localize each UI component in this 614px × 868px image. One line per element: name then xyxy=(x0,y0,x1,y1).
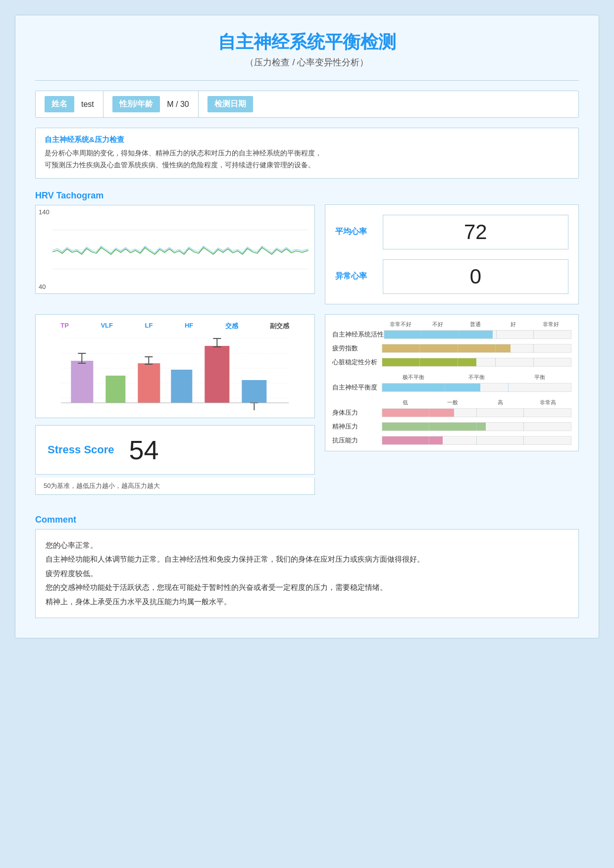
fatigue-label: 疲劳指数 xyxy=(332,344,382,353)
metric-panel: 平均心率 72 异常心率 0 xyxy=(325,204,579,304)
gender-age-cell: 性别/年龄 M / 30 xyxy=(103,91,199,117)
row-fatigue: 疲劳指数 xyxy=(332,344,571,353)
comment-line-5: 精神上，身体上承受压力水平及抗压能力均属一般水平。 xyxy=(46,597,231,606)
stress-label: Stress Score xyxy=(48,443,114,456)
comment-line-4: 您的交感神经功能处于活跃状态，您现在可能处于暂时性的兴奋或者受一定程度的压力，需… xyxy=(46,583,387,591)
row-stress-resistance: 抗压能力 xyxy=(332,436,571,445)
col-h-very-high: 非常高 xyxy=(524,399,571,406)
hrv-section: HRV Tachogram 140 40 平均心率 xyxy=(35,191,579,304)
bar-svg xyxy=(41,334,309,410)
row-ans-activity: 自主神经系统活性 xyxy=(332,330,571,339)
info-row: 姓名 test 性别/年龄 M / 30 检测日期 xyxy=(35,91,579,118)
hrv-svg xyxy=(52,210,308,289)
bar-stress-col: TP VLF LF HF 交感 副交感 xyxy=(35,314,315,505)
gender-age-label: 性别/年龄 xyxy=(112,96,160,112)
abnormal-hr-label: 异常心率 xyxy=(335,271,375,282)
row-cardiac: 心脏稳定性分析 xyxy=(332,358,571,367)
col-h-normal: 普通 xyxy=(457,321,494,328)
bar-hf xyxy=(171,370,192,403)
comment-line-2: 自主神经功能和人体调节能力正常。自主神经活性和免疫力保持正常，我们的身体在应对压… xyxy=(46,555,424,563)
avg-hr-value: 72 xyxy=(383,215,568,249)
main-title: 自主神经系统平衡检测 xyxy=(35,30,579,54)
col-h-very-bad: 非常不好 xyxy=(382,321,419,328)
comment-line-3: 疲劳程度较低。 xyxy=(46,569,98,578)
comment-section: Comment 您的心率正常。 自主神经功能和人体调节能力正常。自主神经活性和免… xyxy=(35,515,579,619)
hrv-chart: 140 40 xyxy=(35,205,315,294)
bar-label-tp: TP xyxy=(60,322,69,331)
stress-box: Stress Score 54 xyxy=(35,425,315,475)
bar-vlf xyxy=(105,376,125,403)
bar-chart: TP VLF LF HF 交感 副交感 xyxy=(35,314,315,418)
comment-line-1: 您的心率正常。 xyxy=(46,541,98,549)
rating-panel: 非常不好 不好 普通 好 非常好 自主神经系统活性 xyxy=(325,314,579,451)
description-box: 自主神经系统&压力检查 是分析心率周期的变化，得知身体、精神压力的状态和对压力的… xyxy=(35,128,579,179)
desc-text: 是分析心率周期的变化，得知身体、精神压力的状态和对压力的自主神经系统的平衡程度，… xyxy=(45,147,569,171)
col-h-low: 低 xyxy=(382,399,429,406)
header-divider xyxy=(35,80,579,81)
comment-box: 您的心率正常。 自主神经功能和人体调节能力正常。自主神经活性和免疫力保持正常，我… xyxy=(35,529,579,619)
row-ans-balance: 自主神经平衡度 xyxy=(332,383,571,392)
col-h-very-good: 非常好 xyxy=(532,321,569,328)
name-label: 姓名 xyxy=(45,96,74,112)
hrv-title: HRV Tachogram xyxy=(35,191,315,201)
gender-age-value: M / 30 xyxy=(167,100,189,109)
abnormal-hr-item: 异常心率 0 xyxy=(335,259,568,294)
bar-label-hf: HF xyxy=(185,322,193,331)
bar-label-lf: LF xyxy=(145,322,153,331)
bar-label-vlf: VLF xyxy=(101,322,113,331)
stress-note: 50为基准，越低压力越小，越高压力越大 xyxy=(35,478,315,495)
hrv-y-top: 140 xyxy=(39,208,50,216)
bar-para xyxy=(242,380,266,403)
row-mental-pressure: 精神压力 xyxy=(332,422,571,431)
date-label: 检测日期 xyxy=(207,96,253,112)
avg-hr-label: 平均心率 xyxy=(335,227,375,237)
col-h-bad: 不好 xyxy=(419,321,457,328)
ans-balance-label: 自主神经平衡度 xyxy=(332,383,382,392)
comment-title: Comment xyxy=(35,515,579,525)
col-h-high: 高 xyxy=(476,399,524,406)
abnormal-hr-value: 0 xyxy=(383,259,568,294)
bar-lf xyxy=(138,363,160,403)
col-h-very-unbal: 极不平衡 xyxy=(382,374,445,381)
date-cell: 检测日期 xyxy=(199,91,578,117)
rating-col: 非常不好 不好 普通 好 非常好 自主神经系统活性 xyxy=(325,314,579,505)
hrv-right: 平均心率 72 异常心率 0 xyxy=(325,191,579,304)
body-pressure-label: 身体压力 xyxy=(332,408,382,417)
desc-title: 自主神经系统&压力检查 xyxy=(45,135,569,145)
row-body-pressure: 身体压力 xyxy=(332,408,571,417)
bar-label-para: 副交感 xyxy=(270,322,289,331)
name-cell: 姓名 test xyxy=(36,91,103,117)
hrv-y-bottom: 40 xyxy=(39,283,46,290)
stress-value: 54 xyxy=(129,434,159,465)
bar-tp xyxy=(71,361,93,403)
analysis-section: TP VLF LF HF 交感 副交感 xyxy=(35,314,579,505)
hrv-left: HRV Tachogram 140 40 xyxy=(35,191,315,304)
cardiac-label: 心脏稳定性分析 xyxy=(332,358,382,367)
mental-pressure-label: 精神压力 xyxy=(332,422,382,431)
bar-sym xyxy=(205,346,229,403)
name-value: test xyxy=(81,100,94,109)
sub-title: （压力检查 / 心率变异性分析） xyxy=(35,56,579,68)
col-h-good: 好 xyxy=(494,321,532,328)
stress-resistance-label: 抗压能力 xyxy=(332,436,382,445)
page-container: 自主神经系统平衡检测 （压力检查 / 心率变异性分析） 姓名 test 性别/年… xyxy=(15,15,599,638)
col-h-bal: 平衡 xyxy=(508,374,571,381)
avg-hr-item: 平均心率 72 xyxy=(335,215,568,249)
col-h-general: 一般 xyxy=(429,399,477,406)
col-h-unbal: 不平衡 xyxy=(445,374,508,381)
bar-label-sym: 交感 xyxy=(225,322,238,331)
ans-activity-label: 自主神经系统活性 xyxy=(332,330,384,339)
